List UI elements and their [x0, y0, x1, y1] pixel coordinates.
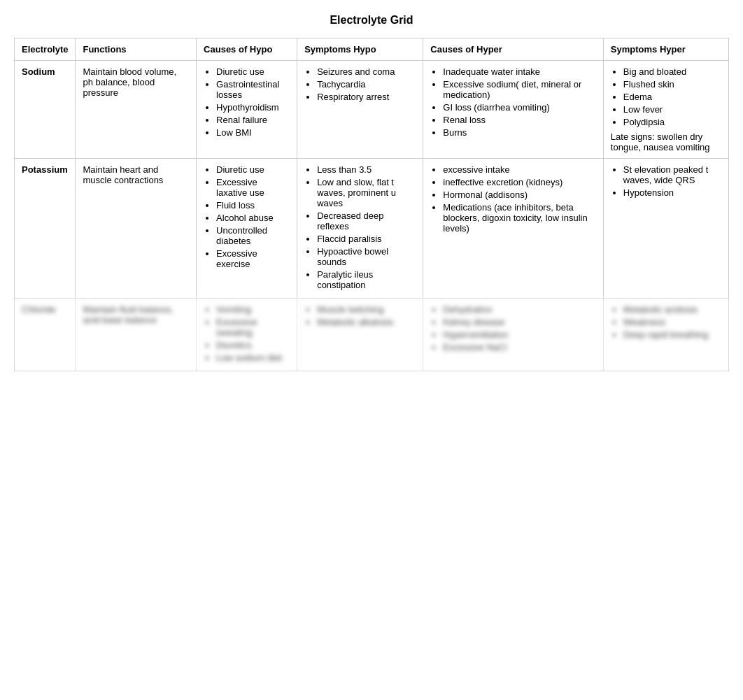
col-header-causes-hypo: Causes of Hypo — [197, 38, 297, 61]
list-item: Flaccid paralisis — [317, 234, 416, 244]
list-item: Excessive laxative use — [216, 177, 290, 198]
causes-hyper-cell: DehydrationKidney diseaseHyperventilatio… — [423, 299, 604, 371]
list-item: Hyperventilation — [443, 329, 596, 340]
col-header-electrolyte: Electrolyte — [15, 38, 76, 61]
functions-cell: Maintain fluid balance, acid-base balanc… — [76, 299, 197, 371]
causes-hypo-cell: VomitingExcessive sweatingDiureticsLow s… — [197, 299, 297, 371]
list-item: Weakness — [623, 317, 721, 327]
list-item: Fluid loss — [216, 200, 290, 210]
list-item: Burns — [443, 127, 596, 138]
list-item: Renal loss — [443, 115, 596, 125]
list-item: Flushed skin — [623, 79, 721, 90]
electrolyte-cell: Potassium — [15, 159, 76, 299]
list-item: Dehydration — [443, 304, 596, 315]
list-item: Hypotension — [623, 187, 721, 198]
list-item: Hypoactive bowel sounds — [317, 246, 416, 267]
list-item: St elevation peaked t waves, wide QRS — [623, 164, 721, 185]
electrolyte-name: Sodium — [22, 66, 55, 77]
list-item: Tachycardia — [317, 79, 416, 90]
causes-hyper-cell: excessive intakeineffective excretion (k… — [423, 159, 604, 299]
electrolyte-grid: Electrolyte Functions Causes of Hypo Sym… — [14, 38, 729, 371]
symptoms-hyper-cell: Metabolic acidosisWeaknessDeep rapid bre… — [603, 299, 728, 371]
functions-cell: Maintain heart and muscle contractions — [76, 159, 197, 299]
causes-hypo-cell: Diuretic useExcessive laxative useFluid … — [197, 159, 297, 299]
col-header-symptoms-hypo: Symptoms Hypo — [297, 38, 423, 61]
list-item: Medications (ace inhibitors, beta blocke… — [443, 202, 596, 234]
list-item: Polydipsia — [623, 117, 721, 127]
list-item: Less than 3.5 — [317, 164, 416, 175]
list-item: Low BMI — [216, 127, 290, 138]
list-item: Muscle twitching — [317, 304, 416, 315]
list-item: Renal failure — [216, 115, 290, 125]
list-item: Gastrointestinal losses — [216, 79, 290, 100]
symptoms-hypo-cell: Seizures and comaTachycardiaRespiratory … — [297, 61, 423, 159]
list-item: Decreased deep reflexes — [317, 210, 416, 231]
list-item: Edema — [623, 92, 721, 102]
col-header-causes-hyper: Causes of Hyper — [423, 38, 604, 61]
symptoms-hyper-cell: St elevation peaked t waves, wide QRSHyp… — [603, 159, 728, 299]
table-row: PotassiumMaintain heart and muscle contr… — [15, 159, 729, 299]
list-item: Diuretic use — [216, 164, 290, 175]
list-item: Uncontrolled diabetes — [216, 225, 290, 246]
list-item: Metabolic alkalosis — [317, 317, 416, 327]
col-header-functions: Functions — [76, 38, 197, 61]
list-item: Hormonal (addisons) — [443, 190, 596, 200]
electrolyte-name: Potassium — [22, 164, 68, 175]
table-row: SodiumMaintain blood volume, ph balance,… — [15, 61, 729, 159]
list-item: ineffective excretion (kidneys) — [443, 177, 596, 187]
list-item: Excessive exercise — [216, 248, 290, 269]
list-item: Low sodium diet — [216, 352, 290, 363]
list-item: GI loss (diarrhea vomiting) — [443, 102, 596, 113]
col-header-symptoms-hyper: Symptoms Hyper — [603, 38, 728, 61]
list-item: Excessive sodium( diet, mineral or medic… — [443, 79, 596, 100]
list-item: Hypothyroidism — [216, 102, 290, 113]
late-signs-text: Late signs: swollen dry tongue, nausea v… — [611, 131, 721, 152]
electrolyte-cell: Chloride — [15, 299, 76, 371]
electrolyte-cell: Sodium — [15, 61, 76, 159]
causes-hyper-cell: Inadequate water intakeExcessive sodium(… — [423, 61, 604, 159]
list-item: Seizures and coma — [317, 66, 416, 77]
list-item: Vomiting — [216, 304, 290, 315]
list-item: Respiratory arrest — [317, 92, 416, 102]
list-item: Kidney disease — [443, 317, 596, 327]
symptoms-hyper-cell: Big and bloatedFlushed skinEdemaLow feve… — [603, 61, 728, 159]
list-item: Excessive NaCl — [443, 342, 596, 352]
page-title: Electrolyte Grid — [14, 14, 729, 27]
blurred-table-row: ChlorideMaintain fluid balance, acid-bas… — [15, 299, 729, 371]
list-item: Alcohol abuse — [216, 213, 290, 223]
list-item: Metabolic acidosis — [623, 304, 721, 315]
list-item: Excessive sweating — [216, 317, 290, 338]
list-item: Diuretic use — [216, 66, 290, 77]
list-item: Low and slow, flat t waves, prominent u … — [317, 177, 416, 208]
list-item: Low fever — [623, 104, 721, 115]
list-item: Inadequate water intake — [443, 66, 596, 77]
list-item: Paralytic ileus constipation — [317, 269, 416, 290]
functions-cell: Maintain blood volume, ph balance, blood… — [76, 61, 197, 159]
list-item: excessive intake — [443, 164, 596, 175]
symptoms-hypo-cell: Less than 3.5Low and slow, flat t waves,… — [297, 159, 423, 299]
list-item: Deep rapid breathing — [623, 329, 721, 340]
list-item: Diuretics — [216, 340, 290, 350]
symptoms-hypo-cell: Muscle twitchingMetabolic alkalosis — [297, 299, 423, 371]
causes-hypo-cell: Diuretic useGastrointestinal lossesHypot… — [197, 61, 297, 159]
list-item: Big and bloated — [623, 66, 721, 77]
